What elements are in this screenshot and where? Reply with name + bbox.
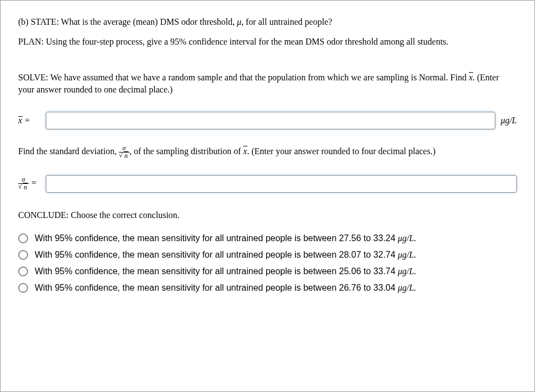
spacer xyxy=(18,56,517,72)
xbar-input-row: x = μg/L xyxy=(18,112,517,129)
option-d: With 95% confidence, the mean sensitivit… xyxy=(18,280,517,296)
radio-c[interactable] xyxy=(18,266,28,276)
plan-line: PLAN: Using the four-step process, give … xyxy=(18,36,517,48)
options-group: With 95% confidence, the mean sensitivit… xyxy=(18,230,517,296)
xbar-symbol: x xyxy=(469,72,473,84)
xbar-input[interactable] xyxy=(46,112,495,129)
sigma-sqrtn-label: σn = xyxy=(18,176,40,191)
radio-d[interactable] xyxy=(18,283,28,293)
stddev-tail: . (Enter your answer rounded to four dec… xyxy=(247,146,435,156)
xbar-unit: μg/L xyxy=(501,116,517,126)
option-d-text: With 95% confidence, the mean sensitivit… xyxy=(35,283,416,293)
stddev-pre: Find the standard deviation, xyxy=(18,146,119,156)
state-line: (b) STATE: What is the average (mean) DM… xyxy=(18,16,517,28)
state-text: (b) STATE: What is the average (mean) DM… xyxy=(18,17,237,26)
option-c: With 95% confidence, the mean sensitivit… xyxy=(18,263,517,280)
stddev-input[interactable] xyxy=(46,175,517,193)
solve-text: SOLVE: We have assumed that we have a ra… xyxy=(18,73,469,82)
equals: = xyxy=(31,178,37,188)
question-page: (b) STATE: What is the average (mean) DM… xyxy=(0,0,535,392)
option-a: With 95% confidence, the mean sensitivit… xyxy=(18,230,517,247)
option-b-text: With 95% confidence, the mean sensitivit… xyxy=(35,250,416,260)
xbar-symbol-2: x xyxy=(243,145,247,157)
conclude-line: CONCLUDE: Choose the correct conclusion. xyxy=(18,209,517,221)
state-tail: , for all untrained people? xyxy=(241,17,332,26)
stddev-line: Find the standard deviation, σn, of the … xyxy=(18,145,517,160)
xbar-label: x = xyxy=(18,116,40,126)
mu-symbol: μ xyxy=(237,17,241,26)
option-c-text: With 95% confidence, the mean sensitivit… xyxy=(35,266,416,276)
radio-b[interactable] xyxy=(18,250,28,260)
radio-a[interactable] xyxy=(18,233,28,243)
sigma-over-sqrtn-inline: σn xyxy=(119,145,129,160)
solve-line: SOLVE: We have assumed that we have a ra… xyxy=(18,72,517,96)
option-a-text: With 95% confidence, the mean sensitivit… xyxy=(35,233,416,243)
stddev-post: , of the sampling distribution of xyxy=(129,146,244,156)
stddev-input-row: σn = xyxy=(18,175,517,193)
option-b: With 95% confidence, the mean sensitivit… xyxy=(18,247,517,263)
